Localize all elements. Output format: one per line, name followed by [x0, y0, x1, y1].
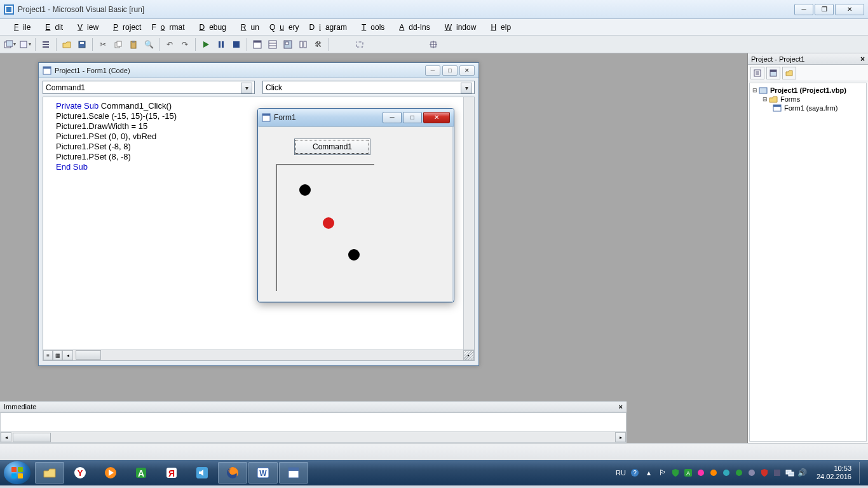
menu-window[interactable]: Window — [436, 21, 481, 34]
tray-expand-icon[interactable]: ▴ — [644, 468, 654, 478]
sound-icon[interactable]: 🔊 — [797, 468, 808, 478]
menu-edit[interactable]: Edit — [36, 21, 67, 34]
taskbar-yandex-browser[interactable]: Я — [157, 462, 186, 484]
copy-button[interactable] — [111, 37, 125, 51]
immediate-scroll-right[interactable]: ▸ — [615, 432, 626, 442]
add-form-button[interactable] — [18, 37, 32, 51]
menu-debug[interactable]: Debug — [190, 21, 230, 34]
taskbar-yandex[interactable]: Y — [65, 462, 95, 484]
full-module-view-button[interactable]: ▦ — [53, 350, 62, 360]
taskbar-vb6[interactable] — [279, 462, 308, 484]
code-maximize-button[interactable]: □ — [442, 65, 458, 76]
procedure-view-button[interactable]: ≡ — [43, 350, 53, 360]
find-button[interactable]: 🔍 — [142, 37, 156, 51]
properties-button[interactable] — [266, 37, 280, 51]
project-explorer-button[interactable] — [250, 37, 264, 51]
menu-format[interactable]: Format — [147, 21, 189, 34]
save-button[interactable] — [75, 37, 89, 51]
start-button[interactable] — [4, 461, 31, 484]
code-minimize-button[interactable]: ─ — [425, 65, 440, 76]
form1-runtime-window: Form1 ─ □ ✕ Command1 — [257, 108, 454, 302]
project-tree[interactable]: ⊟ Project1 (Project1.vbp) ⊟ Forms Form1 … — [749, 83, 867, 442]
app-close-button[interactable]: ✕ — [835, 4, 864, 15]
toggle-folders-button[interactable] — [782, 67, 796, 79]
form1-close-button[interactable]: ✕ — [423, 112, 450, 123]
update-icon[interactable] — [709, 468, 719, 478]
immediate-scroll-left[interactable]: ◂ — [1, 432, 11, 442]
taskbar-amigo[interactable]: A — [126, 462, 156, 484]
toolbox-button[interactable]: 🛠 — [311, 37, 325, 51]
undo-button[interactable]: ↶ — [163, 37, 177, 51]
open-button[interactable] — [60, 37, 74, 51]
immediate-scrollbar[interactable]: ◂ ▸ — [1, 431, 626, 442]
disk-icon[interactable] — [747, 468, 757, 478]
paste-button[interactable] — [126, 37, 140, 51]
procedure-combo[interactable]: Click — [262, 81, 475, 94]
form1-minimize-button[interactable]: ─ — [383, 112, 402, 123]
immediate-body[interactable]: ◂ ▸ — [0, 412, 627, 443]
command1-button[interactable]: Command1 — [294, 139, 370, 155]
pset-dot — [323, 217, 334, 229]
taskbar-word[interactable]: W — [248, 462, 278, 484]
view-code-button[interactable] — [750, 67, 764, 79]
taskbar-volume[interactable] — [187, 462, 217, 484]
clock[interactable]: 10:53 24.02.2016 — [817, 464, 851, 481]
av-icon[interactable] — [734, 468, 744, 478]
app-maximize-button[interactable]: ❐ — [815, 4, 834, 15]
taskbar-explorer[interactable] — [35, 462, 64, 484]
component-button[interactable] — [426, 37, 440, 51]
code-scrollbar-vertical[interactable] — [463, 97, 474, 349]
data-view-button[interactable] — [353, 37, 367, 51]
app-minimize-button[interactable]: ─ — [794, 4, 813, 15]
code-scrollbar-horizontal[interactable]: ≡ ▦ ◂ ▸ — [43, 349, 474, 360]
run-button[interactable] — [199, 37, 213, 51]
menu-tools[interactable]: Tools — [353, 21, 389, 34]
form-layout-button[interactable] — [281, 37, 295, 51]
code-close-button[interactable]: ✕ — [459, 65, 475, 76]
tree-forms-folder[interactable]: ⊟ Forms — [752, 95, 864, 104]
menu-addins[interactable]: Add-Ins — [390, 21, 434, 34]
taskbar-firefox[interactable] — [218, 462, 247, 484]
network-icon[interactable] — [785, 468, 795, 478]
show-desktop-button[interactable] — [859, 462, 864, 484]
menu-project[interactable]: Project — [104, 21, 146, 34]
add-project-button[interactable] — [3, 37, 17, 51]
redo-button[interactable]: ↷ — [178, 37, 192, 51]
menu-help[interactable]: Help — [482, 21, 515, 34]
menu-editor-button[interactable] — [39, 37, 53, 51]
system-tray: RU ? ▴ 🏳 A 🔊 10:53 24.02.2016 — [616, 462, 864, 484]
form1-titlebar[interactable]: Form1 ─ □ ✕ — [258, 109, 454, 126]
sync-icon[interactable] — [721, 468, 731, 478]
view-object-button[interactable] — [766, 67, 780, 79]
tool-icon[interactable] — [772, 468, 782, 478]
stop-button[interactable] — [229, 37, 243, 51]
action-center-icon[interactable]: 🏳 — [658, 468, 668, 478]
shield-icon[interactable] — [670, 468, 681, 478]
pause-button[interactable] — [214, 37, 228, 51]
immediate-close-button[interactable]: × — [619, 403, 623, 410]
tree-form-item[interactable]: Form1 (saya.frm) — [752, 104, 864, 112]
object-combo[interactable]: Command1 — [43, 81, 255, 94]
browser-tray-icon[interactable] — [696, 468, 706, 478]
taskbar-media[interactable] — [96, 462, 125, 484]
code-window-titlebar[interactable]: Project1 - Form1 (Code) ─ □ ✕ — [39, 63, 478, 78]
menu-diagram[interactable]: Diagram — [305, 21, 351, 34]
menu-run[interactable]: Run — [232, 21, 264, 34]
help-icon[interactable]: ? — [630, 468, 640, 478]
menu-file[interactable]: File — [5, 21, 35, 34]
immediate-scroll-thumb[interactable] — [13, 433, 51, 442]
app-icon[interactable]: A — [683, 468, 693, 478]
project-panel-close-button[interactable]: × — [860, 55, 865, 64]
object-browser-button[interactable] — [296, 37, 310, 51]
menu-view[interactable]: View — [69, 21, 103, 34]
cut-button[interactable]: ✂ — [96, 37, 110, 51]
language-indicator[interactable]: RU — [616, 469, 626, 477]
scroll-left-button[interactable]: ◂ — [62, 350, 73, 360]
form1-maximize-button[interactable]: □ — [403, 112, 422, 123]
security-icon[interactable] — [759, 468, 770, 478]
resize-grip[interactable] — [464, 350, 474, 360]
svg-rect-5 — [20, 41, 27, 48]
menu-query[interactable]: Query — [265, 21, 304, 34]
scroll-thumb[interactable] — [76, 350, 101, 360]
tree-project-node[interactable]: ⊟ Project1 (Project1.vbp) — [752, 86, 864, 95]
